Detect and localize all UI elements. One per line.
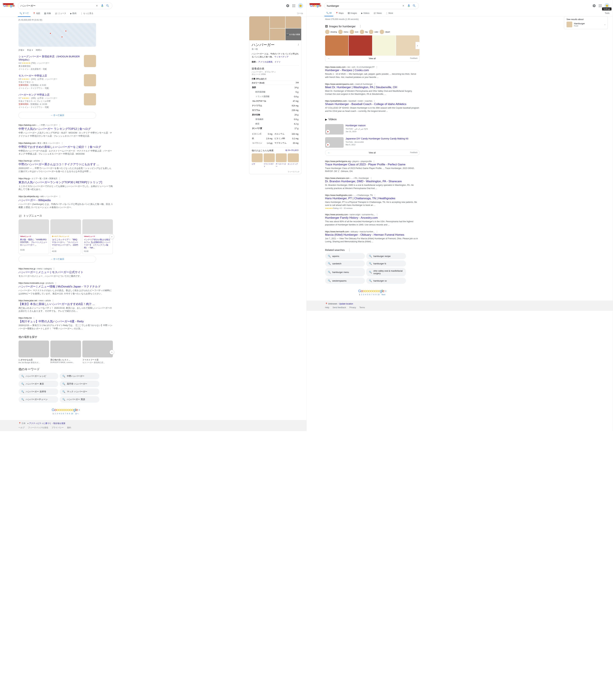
result-menu-icon[interactable]: ⋮ <box>373 160 375 163</box>
related-chip[interactable]: 🔍中野ハンバーガー <box>60 373 100 379</box>
tab-all[interactable]: 🔍 すべて <box>18 10 30 17</box>
search-input[interactable] <box>20 4 94 8</box>
related-chip[interactable]: 🔍高円寺 ハンバーガー <box>60 381 100 387</box>
image-chip[interactable]: big <box>360 30 368 34</box>
result-title[interactable]: ハンバーガー - Wikipedia <box>18 198 113 202</box>
result-menu-icon[interactable]: ⋮ <box>374 83 376 85</box>
result-menu-icon[interactable]: ⋮ <box>61 142 63 144</box>
settings-icon[interactable] <box>286 4 290 8</box>
result-menu-icon[interactable]: ⋮ <box>59 195 61 198</box>
tab-videos[interactable]: ▶ 動画 <box>68 10 78 16</box>
place-result[interactable]: ショーグンバーガー 新宿総本店（SHOGUN BURGER Shinjuku） … <box>18 53 96 73</box>
settings-icon[interactable] <box>592 4 596 8</box>
result-title[interactable]: ハンバーガー | メニュー情報 | McDonald's Japan - マクド… <box>18 284 113 289</box>
result-title[interactable]: Hans Humberger, PT | Chattanooga, TN | H… <box>325 197 419 200</box>
related-chip[interactable]: 🔍マック ハンバーガー <box>60 389 100 395</box>
tools-button[interactable]: ツール <box>297 12 306 15</box>
explore-card[interactable]: ファストフード店モスバーガー 新宿西口店... <box>82 341 113 364</box>
also-search-item[interactable]: フライドポテト <box>264 153 275 168</box>
tab-videos[interactable]: ▶ Videos <box>360 10 371 16</box>
result-menu-icon[interactable]: ⋮ <box>59 124 61 126</box>
show-all-places[interactable]: → すべて表示 <box>18 112 96 119</box>
result-title[interactable]: Trace Humberger Class of 2023 - Player P… <box>325 163 419 166</box>
video-result[interactable]: Humberger maison YouTube · ‎ام علي‎ عمر … <box>325 123 419 136</box>
also-search-item[interactable]: チーズバーガー <box>276 153 287 168</box>
share-icon[interactable]: ⤴ <box>298 44 299 46</box>
result-title[interactable]: 東京の人気ハンバーガーランキングTOP30 | RETRIP[リトリップ] <box>18 180 113 184</box>
tools-button[interactable]: Tools <box>605 12 613 14</box>
next-page[interactable]: Next <box>381 294 386 295</box>
result-title[interactable]: Dr. Brandon Humberger, DMD - Washington,… <box>325 180 419 183</box>
scroll-next-icon[interactable]: › <box>109 350 114 355</box>
related-chip[interactable]: 🔍wpoms <box>325 253 365 259</box>
related-chip[interactable]: 🔍ohio valley oral & maxillofacial surger… <box>366 268 406 276</box>
filter-rating[interactable]: 評価 ▾ <box>18 49 24 52</box>
result-menu-icon[interactable]: ⋮ <box>55 282 57 284</box>
result-menu-icon[interactable]: ⋮ <box>376 230 378 233</box>
result-title[interactable]: Shawn Humberger - Baseball Coach - Colle… <box>325 102 419 106</box>
tab-maps[interactable]: 📍 Maps <box>334 10 345 16</box>
result-title[interactable]: Meet Dr. Humberger | Washington, PA | St… <box>325 86 419 89</box>
result-title[interactable]: Marcia (Kittel) Humberger - Obituary - H… <box>325 233 419 237</box>
result-title[interactable]: 【東京】本当に美味しいハンバーガーおすすめ8店！肉汁 ... <box>18 302 113 306</box>
explore-card[interactable]: にぎやかなお店the 3rd Burger 新宿大ガ... <box>18 341 49 364</box>
related-chip[interactable]: 🔍ハンバーガー 英語 <box>60 396 100 403</box>
filter-price[interactable]: 料金 ▾ <box>27 49 33 52</box>
news-card[interactable]: 食べログ グルメニュース 'おてごろッテリア'！『BBQ マヨバーガー』『スパイ… <box>50 219 81 254</box>
clear-icon[interactable]: × <box>402 4 405 8</box>
result-title[interactable]: 【肉汁ギュッ】中野の人気ハンバーガー6選 - Retty <box>18 319 113 323</box>
related-chip[interactable]: 🔍sandwich <box>325 260 365 267</box>
tab-news[interactable]: 📰 ニュース <box>53 10 68 16</box>
tab-news[interactable]: 📰 News <box>372 10 383 16</box>
search-box[interactable]: × <box>324 2 419 9</box>
result-title[interactable]: Humberger Family History - Ancestry.com <box>325 216 419 219</box>
news-card[interactable]: Yahoo!ニュース 東大阪・長田に「HAMBURG CENTER」 プレートメ… <box>18 219 49 254</box>
also-search-item[interactable]: ホットドッグ <box>288 153 299 168</box>
related-chip[interactable]: 🔍ハンバーガーチェーン <box>18 396 58 403</box>
tab-maps[interactable]: 📍 地図 <box>31 10 42 16</box>
result-menu-icon[interactable]: ⋮ <box>376 66 378 68</box>
also-search-item[interactable]: ピザ <box>252 153 263 168</box>
tab-more[interactable]: ⋮ More <box>384 10 395 16</box>
next-page[interactable]: 次へ <box>75 412 79 415</box>
related-chip[interactable]: 🔍hamburger fc <box>366 260 406 267</box>
result-menu-icon[interactable]: ⋮ <box>374 100 376 102</box>
result-menu-icon[interactable]: ⋮ <box>58 177 61 180</box>
related-chip[interactable]: 🔍ハンバーガー レシピ <box>18 373 58 379</box>
search-icon[interactable] <box>106 4 109 8</box>
apps-icon[interactable] <box>292 4 296 8</box>
image-strip[interactable]: › <box>325 35 419 56</box>
result-menu-icon[interactable]: ⋮ <box>33 317 35 319</box>
related-chip[interactable]: 🔍westernpaoms <box>325 278 365 284</box>
apps-icon[interactable] <box>598 4 602 8</box>
google-logo[interactable]: Google <box>310 3 322 8</box>
avatar[interactable]: 🙂 <box>298 3 303 8</box>
result-menu-icon[interactable]: ⋮ <box>376 214 378 216</box>
mic-icon[interactable] <box>101 4 104 8</box>
result-title[interactable]: 中野のハンバーガー屋さんはココ！テイクアウトにもおすす ... <box>18 162 113 166</box>
more-images[interactable]: 📷 その他の画像 <box>286 28 301 40</box>
search-box[interactable]: × <box>18 2 112 9</box>
result-menu-icon[interactable]: ⋮ <box>374 194 376 196</box>
result-title[interactable]: 中野で人気のハンバーガー ランキングTOP12 | 食べログ <box>18 127 113 131</box>
place-title[interactable]: ショーグンバーガー 新宿総本店（SHOGUN BURGER Shinjuku） <box>18 55 82 61</box>
image-chip[interactable]: drawing <box>325 30 337 34</box>
clear-icon[interactable]: × <box>95 4 99 8</box>
result-title[interactable]: Humberger - Recipes | Cooks.com <box>325 68 419 72</box>
knowledge-images[interactable]: 📷 その他の画像 <box>249 16 301 40</box>
image-chip[interactable]: icon <box>350 30 358 34</box>
local-map[interactable] <box>18 23 96 47</box>
result-title[interactable]: 中野区でおすすめの美味しいハンバーガーをご紹介！ | 食べログ <box>18 145 113 149</box>
search-input[interactable] <box>326 4 401 8</box>
search-icon[interactable] <box>413 4 416 8</box>
scroll-next-icon[interactable]: › <box>415 42 419 49</box>
mic-icon[interactable] <box>407 4 410 8</box>
google-logo[interactable]: Google <box>3 3 15 8</box>
scroll-next-icon[interactable]: › <box>109 234 114 239</box>
filter-hours[interactable]: 時間 ▾ <box>36 49 41 52</box>
explore-card[interactable]: 居心地の良いレスト...BURGER'S BASE, commo... <box>50 341 81 364</box>
show-all-news[interactable]: → すべて表示 <box>18 256 96 263</box>
see-results-about[interactable]: See results about HamburgerFood › <box>564 16 608 29</box>
view-all-videos[interactable]: →View allFeedback <box>325 150 419 156</box>
result-menu-icon[interactable]: ⋮ <box>52 300 54 302</box>
